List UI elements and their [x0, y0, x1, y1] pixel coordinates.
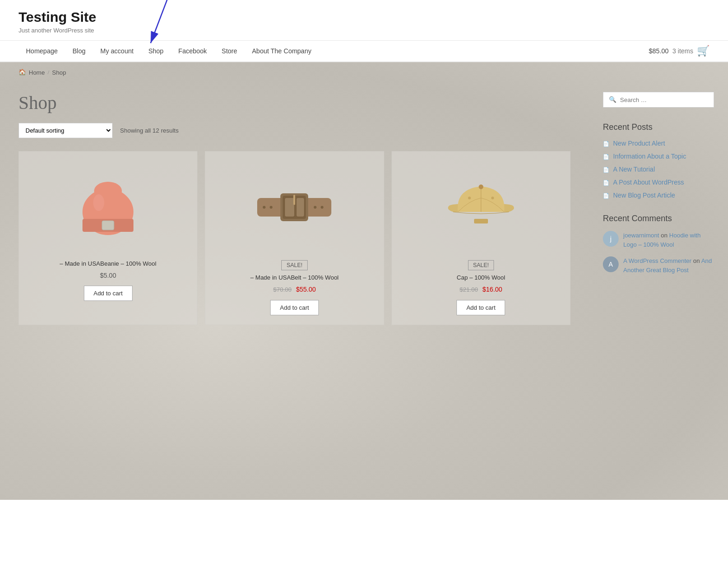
- nav-facebook[interactable]: Facebook: [171, 41, 214, 61]
- main-area: Shop Default sorting Sort by popularity …: [0, 83, 728, 500]
- product-name-belt: – Made in USABelt – 100% Wool: [250, 274, 339, 281]
- search-input[interactable]: [620, 96, 708, 103]
- add-to-cart-beanie[interactable]: Add to cart: [84, 286, 133, 301]
- product-card-cap: SALE! Cap – 100% Wool $21.00 $16.00 Add …: [392, 151, 570, 325]
- sidebar: 🔍 Recent Posts 📄 New Product Alert 📄 Inf…: [589, 83, 728, 500]
- cart-price: $85.00: [649, 47, 669, 55]
- cart-item-count: 3 items: [672, 47, 693, 55]
- list-item: 📄 A New Tutorial: [603, 166, 714, 173]
- home-icon: 🏠: [19, 69, 26, 76]
- search-icon: 🔍: [609, 96, 616, 103]
- product-image-belt: [213, 161, 376, 254]
- svg-point-19: [491, 197, 494, 199]
- comment-text-1: joewarnimont on Hoodie with Logo – 100% …: [623, 231, 714, 249]
- nav-about[interactable]: About The Company: [245, 41, 319, 61]
- list-item: 📄 New Blog Post Article: [603, 191, 714, 199]
- recent-posts-title: Recent Posts: [603, 122, 714, 132]
- product-name-cap: Cap – 100% Wool: [457, 274, 506, 281]
- comment-item-2: A A WordPress Commenter on And Another G…: [603, 256, 714, 274]
- site-tagline: Just another WordPress site: [19, 27, 709, 34]
- svg-rect-11: [297, 198, 304, 217]
- svg-point-15: [314, 206, 317, 209]
- post-link-1[interactable]: New Product Alert: [613, 140, 665, 147]
- comment-on-text-1: on: [661, 232, 669, 239]
- product-sale-price-cap: $16.00: [482, 286, 502, 293]
- product-original-price-cap: $21.00: [460, 286, 478, 293]
- product-sale-price-belt: $55.00: [296, 286, 316, 293]
- beanie-illustration: [78, 172, 138, 242]
- product-price-belt: $70.00 $55.00: [273, 286, 316, 294]
- post-icon: 📄: [603, 141, 609, 147]
- sale-badge-cap: SALE!: [468, 260, 494, 270]
- svg-point-17: [479, 185, 483, 189]
- breadcrumb-separator: /: [48, 69, 50, 76]
- sale-badge-belt: SALE!: [281, 260, 307, 270]
- post-link-4[interactable]: A Post About WordPress: [613, 179, 684, 186]
- product-original-price-belt: $70.00: [273, 286, 291, 293]
- avatar-1: j: [603, 231, 619, 247]
- breadcrumb-current: Shop: [52, 69, 66, 76]
- breadcrumb-home[interactable]: Home: [29, 69, 45, 76]
- comment-author-2[interactable]: A WordPress Commenter: [623, 257, 691, 264]
- nav-links: Homepage Blog My account Shop Facebook S…: [19, 41, 649, 61]
- svg-rect-20: [474, 219, 488, 223]
- list-item: 📄 Information About a Topic: [603, 153, 714, 160]
- nav-shop[interactable]: Shop: [141, 41, 171, 61]
- product-image-cap: [399, 161, 563, 254]
- shop-title: Shop: [19, 92, 570, 114]
- shop-banner: 🏠 Home / Shop Shop Default sorting Sort …: [0, 62, 728, 500]
- add-to-cart-belt[interactable]: Add to cart: [270, 300, 319, 315]
- breadcrumb: 🏠 Home / Shop: [0, 62, 728, 83]
- svg-point-18: [468, 197, 471, 199]
- post-link-3[interactable]: A New Tutorial: [613, 166, 655, 173]
- nav-store[interactable]: Store: [214, 41, 244, 61]
- post-icon: 📄: [603, 167, 609, 173]
- product-grid: – Made in USABeanie – 100% Wool $5.00 Ad…: [19, 151, 570, 325]
- nav-blog[interactable]: Blog: [65, 41, 93, 61]
- post-link-2[interactable]: Information About a Topic: [613, 153, 686, 160]
- results-count: Showing all 12 results: [120, 127, 178, 134]
- site-title: Testing Site: [19, 9, 709, 25]
- sort-select[interactable]: Default sorting Sort by popularity Sort …: [19, 123, 113, 138]
- product-image-beanie: [26, 161, 190, 254]
- svg-point-16: [321, 206, 323, 209]
- product-price-beanie: $5.00: [100, 272, 116, 279]
- cart-icon[interactable]: 🛒: [697, 45, 709, 57]
- nav-homepage[interactable]: Homepage: [19, 41, 65, 61]
- search-widget: 🔍: [603, 92, 714, 108]
- comment-text-2: A WordPress Commenter on And Another Gre…: [623, 256, 714, 274]
- belt-illustration: [255, 182, 334, 233]
- svg-point-14: [270, 206, 272, 209]
- list-item: 📄 New Product Alert: [603, 140, 714, 147]
- comment-author-1[interactable]: joewarnimont: [623, 232, 659, 239]
- avatar-2: A: [603, 256, 619, 272]
- svg-point-13: [263, 206, 266, 209]
- svg-rect-12: [293, 195, 295, 205]
- shop-controls: Default sorting Sort by popularity Sort …: [19, 123, 570, 138]
- comment-item-1: j joewarnimont on Hoodie with Logo – 100…: [603, 231, 714, 249]
- post-icon: 📄: [603, 193, 609, 199]
- recent-comments-title: Recent Comments: [603, 214, 714, 223]
- svg-point-6: [93, 194, 104, 211]
- svg-rect-5: [102, 221, 114, 230]
- post-icon: 📄: [603, 180, 609, 186]
- site-header: Testing Site Just another WordPress site: [0, 0, 728, 41]
- add-to-cart-cap[interactable]: Add to cart: [456, 300, 505, 315]
- product-price-cap: $21.00 $16.00: [460, 286, 502, 294]
- main-nav: Homepage Blog My account Shop Facebook S…: [0, 41, 728, 62]
- product-name-beanie: – Made in USABeanie – 100% Wool: [60, 260, 157, 267]
- cart-area[interactable]: $85.00 3 items 🛒: [649, 45, 709, 57]
- product-card-belt: SALE! – Made in USABelt – 100% Wool $70.…: [205, 151, 384, 325]
- product-card-beanie: – Made in USABeanie – 100% Wool $5.00 Ad…: [19, 151, 197, 325]
- post-icon: 📄: [603, 154, 609, 160]
- shop-content: Shop Default sorting Sort by popularity …: [0, 83, 589, 500]
- recent-posts-list: 📄 New Product Alert 📄 Information About …: [603, 140, 714, 199]
- svg-rect-10: [285, 198, 294, 217]
- nav-my-account[interactable]: My account: [93, 41, 141, 61]
- cap-illustration: [444, 175, 518, 240]
- comment-on-text-2: on: [693, 257, 701, 264]
- list-item: 📄 A Post About WordPress: [603, 179, 714, 186]
- post-link-5[interactable]: New Blog Post Article: [613, 191, 675, 199]
